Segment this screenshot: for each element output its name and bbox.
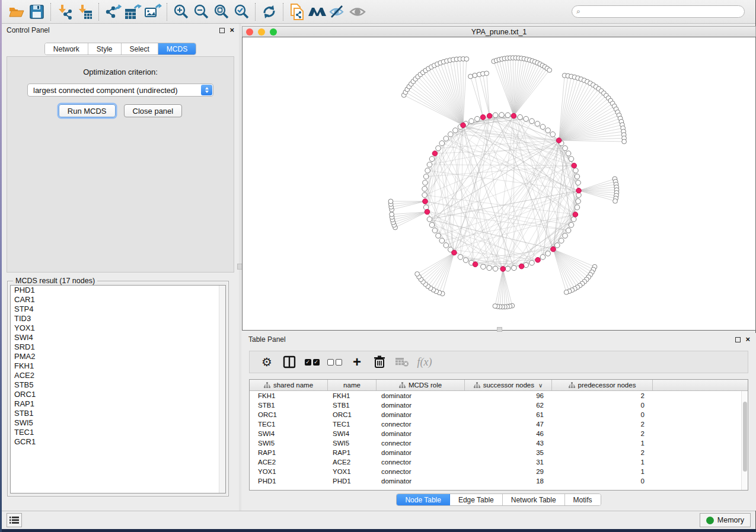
table-row[interactable]: FKH1FKH1dominator962: [250, 391, 748, 400]
tab-style[interactable]: Style: [88, 43, 122, 55]
task-history-button[interactable]: [7, 513, 22, 527]
select-all-icon[interactable]: ✓✓: [301, 353, 323, 371]
network-node[interactable]: [550, 132, 556, 137]
first-neighbors-icon[interactable]: [307, 2, 327, 21]
network-node[interactable]: [559, 238, 564, 243]
table-row[interactable]: YOX1YOX1connector291: [250, 467, 748, 476]
network-node[interactable]: [415, 272, 420, 277]
network-node[interactable]: [436, 233, 441, 239]
network-node[interactable]: [540, 255, 546, 260]
table-settings-gear-icon[interactable]: ⚙: [256, 353, 278, 371]
mcds-result-item[interactable]: TID3: [11, 314, 225, 323]
hide-graphics-details-icon[interactable]: [327, 2, 347, 21]
network-node[interactable]: [535, 121, 540, 127]
network-hub-node[interactable]: [535, 257, 541, 262]
export-image-icon[interactable]: [143, 2, 163, 21]
network-node[interactable]: [444, 243, 449, 248]
network-node[interactable]: [518, 114, 523, 120]
table-tab-network-table[interactable]: Network Table: [503, 494, 565, 505]
table-tab-node-table[interactable]: Node Table: [397, 494, 450, 505]
zoom-in-icon[interactable]: [171, 2, 191, 21]
mcds-result-item[interactable]: PMA2: [11, 352, 225, 361]
table-scrollbar-thumb[interactable]: [743, 402, 747, 472]
column-header-name[interactable]: name: [328, 380, 377, 390]
network-canvas[interactable]: [242, 37, 756, 331]
function-builder-icon[interactable]: f(x): [413, 353, 436, 371]
network-node[interactable]: [576, 180, 581, 185]
zoom-fit-icon[interactable]: [211, 2, 231, 21]
import-network-icon[interactable]: [55, 2, 75, 21]
mcds-result-item[interactable]: SWI4: [11, 333, 225, 342]
mcds-result-item[interactable]: TEC1: [11, 428, 225, 437]
network-node[interactable]: [468, 74, 473, 79]
network-node[interactable]: [436, 146, 441, 151]
table-row[interactable]: PHD1PHD1dominator180: [250, 476, 748, 486]
table-scrollbar[interactable]: [741, 391, 748, 490]
network-node[interactable]: [563, 233, 568, 239]
network-hub-node[interactable]: [425, 209, 430, 214]
mcds-result-item[interactable]: SRD1: [11, 342, 225, 352]
network-node[interactable]: [429, 222, 435, 227]
search-input[interactable]: [572, 5, 745, 18]
network-node[interactable]: [529, 260, 535, 265]
network-hub-node[interactable]: [576, 188, 582, 193]
network-node[interactable]: [390, 212, 394, 217]
create-column-icon[interactable]: +: [346, 353, 368, 371]
network-hub-node[interactable]: [572, 163, 577, 168]
network-node[interactable]: [540, 124, 546, 130]
mcds-result-item[interactable]: GCR1: [11, 437, 225, 447]
mcds-result-item[interactable]: FKH1: [11, 361, 225, 371]
network-node[interactable]: [576, 198, 581, 204]
network-node[interactable]: [566, 228, 571, 233]
apply-layout-icon[interactable]: [259, 2, 279, 21]
table-row[interactable]: STB1STB1dominator620: [250, 400, 748, 410]
network-node[interactable]: [546, 251, 551, 257]
column-header-predecessor-nodes[interactable]: predecessor nodes: [552, 380, 653, 390]
tab-network[interactable]: Network: [45, 43, 88, 55]
network-node[interactable]: [425, 168, 430, 174]
network-node[interactable]: [512, 265, 517, 271]
network-hub-node[interactable]: [556, 138, 562, 143]
network-node[interactable]: [481, 264, 486, 270]
column-header-MCDS-role[interactable]: MCDS role: [377, 380, 465, 390]
network-hub-node[interactable]: [423, 199, 428, 204]
table-row[interactable]: RAP1RAP1dominator352: [250, 448, 748, 457]
export-network-icon[interactable]: [103, 2, 123, 21]
table-row[interactable]: SWI5SWI5connector431: [250, 438, 748, 448]
network-hub-node[interactable]: [519, 264, 524, 269]
tab-mcds[interactable]: MCDS: [158, 43, 196, 55]
network-hub-node[interactable]: [573, 212, 578, 217]
network-node[interactable]: [422, 186, 428, 191]
mcds-result-item[interactable]: ACE2: [11, 371, 225, 380]
network-node[interactable]: [427, 217, 432, 222]
float-panel-icon[interactable]: [219, 28, 225, 33]
sort-menu-icon[interactable]: ∨: [538, 382, 543, 389]
table-row[interactable]: TEC1TEC1connector472: [250, 419, 748, 429]
mcds-result-item[interactable]: ORC1: [11, 390, 225, 399]
network-node[interactable]: [439, 140, 445, 146]
table-row[interactable]: SWI4SWI4dominator462: [250, 429, 748, 438]
network-hub-node[interactable]: [461, 123, 466, 128]
import-table-icon[interactable]: [75, 2, 95, 21]
network-hub-node[interactable]: [452, 250, 457, 255]
network-node[interactable]: [622, 139, 627, 144]
show-graphics-details-icon[interactable]: [347, 2, 368, 21]
network-node[interactable]: [529, 118, 535, 124]
mcds-result-item[interactable]: STP4: [11, 305, 225, 314]
close-panel-button[interactable]: Close panel: [124, 104, 183, 117]
network-node[interactable]: [484, 71, 489, 76]
network-node[interactable]: [563, 146, 568, 151]
network-node[interactable]: [499, 113, 505, 118]
network-node[interactable]: [453, 128, 458, 133]
mcds-result-item[interactable]: PHD1: [11, 286, 225, 295]
network-node[interactable]: [613, 198, 618, 203]
network-node[interactable]: [473, 73, 477, 78]
delete-table-icon[interactable]: [391, 353, 413, 371]
network-node[interactable]: [422, 193, 428, 198]
table-row[interactable]: ORC1ORC1dominator610: [250, 410, 748, 419]
mcds-result-list[interactable]: PHD1CAR1STP4TID3YOX1SWI4SRD1PMA2FKH1ACE2…: [10, 285, 226, 493]
mcds-result-item[interactable]: YOX1: [11, 323, 225, 333]
column-panel-icon[interactable]: [278, 353, 301, 371]
network-node[interactable]: [463, 258, 468, 263]
network-node[interactable]: [493, 304, 497, 309]
